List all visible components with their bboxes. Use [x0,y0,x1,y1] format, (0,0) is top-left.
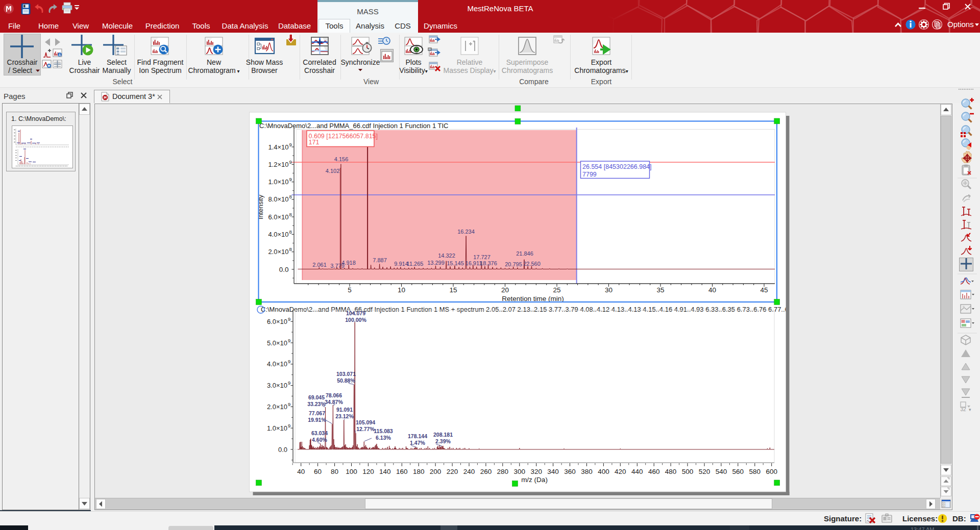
svg-text:180: 180 [413,468,425,475]
svg-text:1.4×10: 1.4×10 [268,143,288,151]
svg-text:13.299: 13.299 [427,260,445,266]
svg-text:4.156: 4.156 [334,156,349,162]
svg-text:4.102: 4.102 [326,168,340,174]
svg-text:120: 120 [362,468,374,475]
svg-text:2.39%: 2.39% [435,438,451,444]
svg-text:1.2×10: 1.2×10 [268,161,288,168]
svg-text:115.083: 115.083 [374,428,393,434]
svg-text:10: 10 [398,286,405,294]
svg-text:Options: Options [947,20,974,29]
svg-text:Retention time (min): Retention time (min) [502,295,564,302]
svg-text:C:\MnovaDemo\2...and PMMA_66.c: C:\MnovaDemo\2...and PMMA_66.cdf Injecti… [259,122,448,130]
svg-text:104.079: 104.079 [346,310,365,316]
svg-text:2.0×10: 2.0×10 [267,403,287,411]
svg-text:9: 9 [289,142,292,147]
svg-text:100.00%: 100.00% [345,317,366,323]
svg-text:8: 8 [289,212,292,217]
svg-text:240: 240 [463,468,475,475]
svg-text:100: 100 [346,468,357,475]
svg-text:103.071: 103.071 [336,371,356,377]
svg-text:1.0×10: 1.0×10 [268,178,288,186]
svg-text:1.0×10: 1.0×10 [267,424,287,432]
svg-text:91.091: 91.091 [336,407,353,413]
svg-text:m/z (Da): m/z (Da) [521,476,548,484]
svg-text:600: 600 [766,468,777,475]
svg-text:9: 9 [289,176,292,182]
svg-text:45: 45 [760,286,768,294]
svg-text:60: 60 [314,468,322,475]
svg-text:9: 9 [288,316,290,322]
svg-text:9: 9 [288,380,290,386]
svg-text:9: 9 [288,359,290,364]
svg-text:23.12%: 23.12% [335,413,354,419]
svg-text:4.60%: 4.60% [312,437,327,443]
svg-text:7.887: 7.887 [373,257,387,263]
svg-text:208.181: 208.181 [433,432,453,438]
svg-text:340: 340 [547,468,559,475]
svg-text:22.560: 22.560 [523,261,541,267]
svg-text:480: 480 [665,468,677,475]
svg-text:2.0×10: 2.0×10 [268,248,288,256]
svg-text:5: 5 [348,286,352,294]
svg-text:8: 8 [289,246,292,252]
svg-text:50.88%: 50.88% [337,377,355,384]
svg-text:171: 171 [309,139,320,146]
svg-text:78.066: 78.066 [326,392,342,398]
svg-text:9: 9 [288,401,290,407]
svg-text:580: 580 [749,468,761,475]
svg-text:17.727: 17.727 [473,254,491,260]
svg-text:160: 160 [396,468,408,475]
svg-text:0.0: 0.0 [278,446,287,453]
svg-text:5.0×10: 5.0×10 [267,339,287,347]
svg-text:20.795: 20.795 [505,261,522,267]
svg-text:9: 9 [289,159,292,165]
svg-text:300: 300 [514,468,526,475]
svg-text:6.0×10: 6.0×10 [268,213,288,221]
svg-text:20: 20 [501,286,509,294]
svg-text:4.918: 4.918 [341,260,356,266]
svg-text:12.77%: 12.77% [356,426,375,432]
svg-text:4.0×10: 4.0×10 [267,360,287,368]
svg-text:19.91%: 19.91% [308,417,326,423]
svg-text:6.0×10: 6.0×10 [267,318,287,325]
svg-text:520: 520 [699,468,710,475]
svg-text:140: 140 [379,468,391,475]
svg-text:9: 9 [288,423,290,428]
svg-text:&: & [59,53,61,57]
svg-text:30: 30 [605,286,612,294]
svg-text:6.13%: 6.13% [376,435,391,441]
svg-text:3.0×10: 3.0×10 [267,382,287,389]
svg-text:40: 40 [708,286,716,294]
svg-text:4.0×10: 4.0×10 [268,231,288,238]
svg-text:105.094: 105.094 [356,419,375,425]
svg-text:260: 260 [480,468,492,475]
svg-text:14.322: 14.322 [438,253,455,259]
svg-text:Intensity: Intensity [257,194,264,219]
svg-text:35: 35 [656,286,664,294]
svg-text:8: 8 [289,229,292,235]
svg-text:40: 40 [297,468,305,475]
svg-text:440: 440 [631,468,643,475]
svg-text:80: 80 [331,468,338,475]
svg-text:15.145: 15.145 [447,260,464,266]
svg-text:280: 280 [497,468,509,475]
svg-text:11.265: 11.265 [407,261,424,267]
svg-text:16.234: 16.234 [457,229,475,235]
svg-text:380: 380 [581,468,593,475]
svg-text:8: 8 [289,194,292,199]
svg-text:8.0×10: 8.0×10 [268,195,288,203]
svg-text:15: 15 [449,286,457,294]
svg-text:540: 540 [716,468,727,475]
svg-text:34.87%: 34.87% [325,399,343,405]
svg-text:63.034: 63.034 [311,430,328,436]
svg-text:560: 560 [732,468,744,475]
svg-text:0.0: 0.0 [279,266,289,273]
svg-text:21.846: 21.846 [516,250,533,257]
svg-text:320: 320 [530,468,542,475]
svg-text:220: 220 [447,468,458,475]
svg-text:C:\MnovaDemo\2...and PMMA_66.c: C:\MnovaDemo\2...and PMMA_66.cdf Injecti… [261,306,820,313]
svg-text:360: 360 [564,468,576,475]
svg-text:178.144: 178.144 [408,433,427,439]
svg-text:2.061: 2.061 [312,262,327,268]
svg-text:25: 25 [553,286,560,294]
